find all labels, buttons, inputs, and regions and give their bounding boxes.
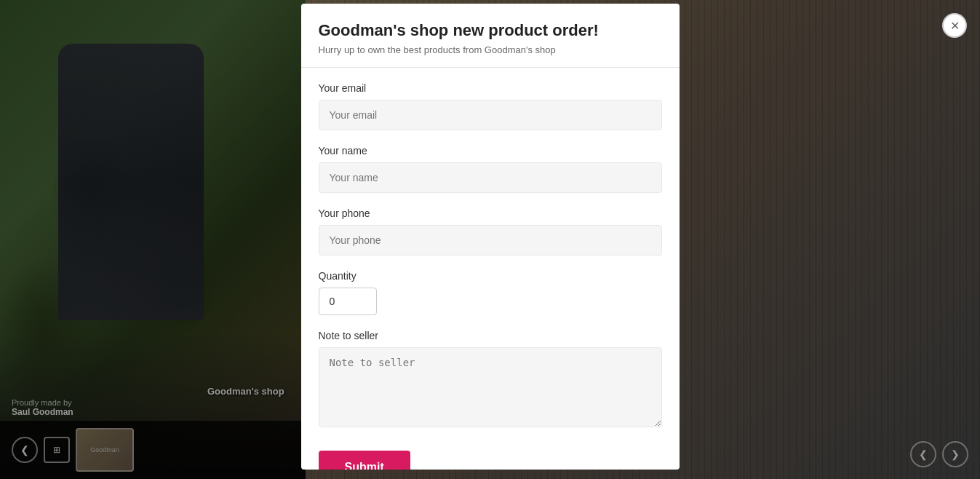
name-input[interactable] xyxy=(319,162,662,193)
submit-button[interactable]: Submit xyxy=(319,451,410,470)
quantity-label: Quantity xyxy=(319,270,662,282)
close-button[interactable]: ✕ xyxy=(942,13,967,38)
phone-group: Your phone xyxy=(319,207,662,256)
name-group: Your name xyxy=(319,145,662,193)
modal-overlay: ✕ Goodman's shop new product order! Hurr… xyxy=(0,0,980,479)
note-group: Note to seller xyxy=(319,330,662,430)
email-group: Your email xyxy=(319,82,662,130)
email-input[interactable] xyxy=(319,100,662,130)
quantity-input[interactable] xyxy=(319,288,377,315)
email-label: Your email xyxy=(319,82,662,94)
modal-header: Goodman's shop new product order! Hurry … xyxy=(301,4,680,68)
modal-subtitle: Hurry up to own the best products from G… xyxy=(319,44,662,55)
quantity-group: Quantity xyxy=(319,270,662,315)
modal-title: Goodman's shop new product order! xyxy=(319,21,662,40)
note-label: Note to seller xyxy=(319,330,662,341)
modal-body: Your email Your name Your phone Quantity… xyxy=(301,68,680,470)
name-label: Your name xyxy=(319,145,662,157)
modal-dialog: Goodman's shop new product order! Hurry … xyxy=(301,4,680,470)
phone-label: Your phone xyxy=(319,207,662,219)
note-textarea[interactable] xyxy=(319,347,662,427)
phone-input[interactable] xyxy=(319,225,662,256)
